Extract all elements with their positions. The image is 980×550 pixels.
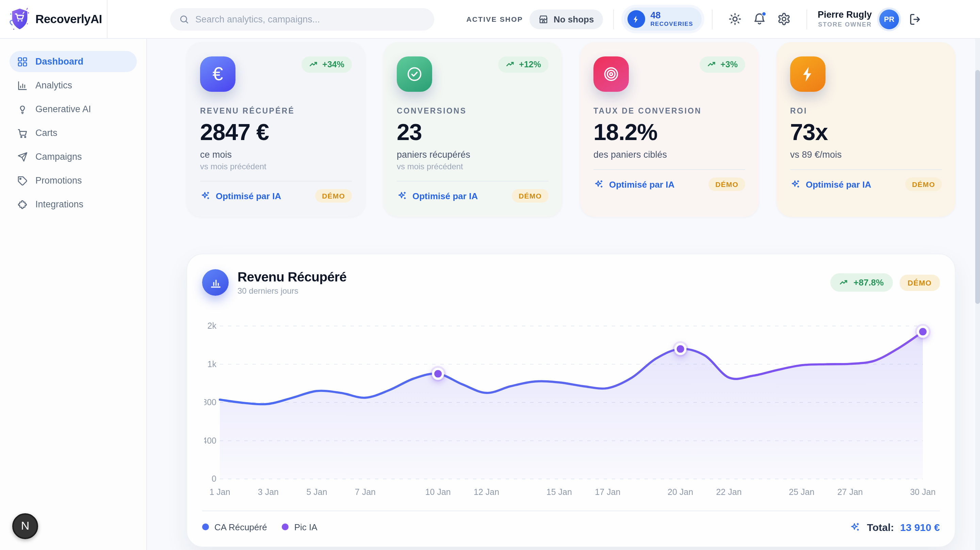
trend-badge: +12%	[498, 56, 549, 73]
sidebar-item-carts[interactable]: Carts	[10, 122, 137, 143]
stat-subtitle: paniers récupérés	[397, 149, 549, 160]
sidebar: Dashboard Analytics Generative AI Carts …	[0, 39, 147, 550]
sparkle-icon	[593, 179, 605, 190]
gear-icon	[778, 12, 791, 26]
lightning-icon	[627, 10, 645, 28]
ai-optimized-label: Optimisé par IA	[593, 179, 675, 190]
analytics-icon	[17, 80, 28, 91]
stat-value: 73x	[790, 119, 942, 146]
user-role: STORE OWNER	[818, 21, 872, 29]
svg-text:7 Jan: 7 Jan	[355, 487, 375, 497]
search-icon	[179, 14, 189, 24]
user-menu[interactable]: Pierre Rugly STORE OWNER PR	[818, 9, 899, 29]
divider	[200, 181, 352, 182]
svg-text:3 Jan: 3 Jan	[258, 487, 279, 497]
stat-value: 23	[397, 119, 549, 146]
sidebar-item-campaigns[interactable]: Campaigns	[10, 146, 137, 167]
send-icon	[17, 151, 28, 162]
stat-note: vs mois précédent	[397, 162, 549, 171]
svg-text:5 Jan: 5 Jan	[306, 487, 327, 497]
settings-button[interactable]	[778, 12, 791, 26]
chart-subtitle: 30 derniers jours	[237, 286, 347, 296]
divider	[790, 169, 942, 170]
notifications-button[interactable]	[753, 12, 767, 26]
ai-optimized-label: Optimisé par IA	[397, 190, 478, 201]
trend-up-icon	[707, 60, 716, 69]
chart-trend-badge: +87.8%	[830, 273, 892, 292]
svg-text:22 Jan: 22 Jan	[716, 487, 741, 497]
stat-subtitle: vs 89 €/mois	[790, 149, 942, 160]
logout-button[interactable]	[908, 13, 921, 25]
bar-chart-icon	[202, 269, 229, 296]
app-title: RecoverlyAI	[35, 12, 102, 26]
cart-icon	[17, 127, 28, 138]
stat-subtitle: ce mois	[200, 149, 352, 160]
demo-badge: DÉMO	[899, 274, 940, 291]
puzzle-icon	[17, 199, 28, 210]
sidebar-item-generative-ai[interactable]: Generative AI	[10, 98, 137, 120]
stat-label: CONVERSIONS	[397, 107, 549, 115]
demo-badge: DÉMO	[512, 189, 549, 203]
header-right: ACTIVE SHOP No shops 48 RECOVERIES	[466, 8, 980, 30]
divider	[613, 9, 614, 29]
bolt-icon	[799, 65, 817, 83]
stat-card-revenu-r-cup-r-: € +34% REVENU RÉCUPÉRÉ 2847 € ce mois vs…	[186, 42, 366, 217]
revenue-chart-card: Revenu Récupéré 30 derniers jours +87.8%…	[186, 254, 956, 547]
legend-item-ca-recupere: CA Récupéré	[202, 522, 267, 532]
search-bar[interactable]	[170, 8, 434, 30]
chart-title: Revenu Récupéré	[237, 269, 347, 285]
svg-text:25 Jan: 25 Jan	[789, 487, 814, 497]
svg-text:400: 400	[202, 436, 216, 445]
scrollbar-track	[975, 39, 980, 550]
stat-card-conversions: +12% CONVERSIONS 23 paniers récupérés vs…	[383, 42, 562, 217]
svg-text:0: 0	[212, 474, 216, 483]
sparkle-icon	[397, 190, 408, 201]
trend-badge: +34%	[301, 56, 352, 73]
stat-icon-badge	[790, 56, 826, 92]
topbar: RecoverlyAI ACTIVE SHOP No shops	[0, 0, 980, 39]
tag-icon	[17, 175, 28, 186]
svg-text:10 Jan: 10 Jan	[425, 487, 451, 497]
demo-badge: DÉMO	[708, 178, 745, 191]
theme-toggle-button[interactable]	[729, 12, 742, 26]
avatar[interactable]: PR	[879, 9, 899, 29]
stat-icon-badge	[593, 56, 629, 92]
svg-text:2k: 2k	[208, 321, 217, 330]
svg-text:15 Jan: 15 Jan	[546, 487, 572, 497]
stat-label: REVENU RÉCUPÉRÉ	[200, 107, 352, 115]
chart-total: Total: 13 910 €	[850, 521, 940, 533]
app-logo-shield-icon	[9, 7, 30, 31]
target-icon	[602, 65, 620, 83]
nextjs-dev-badge[interactable]: N	[12, 513, 38, 539]
sidebar-item-analytics[interactable]: Analytics	[10, 75, 137, 96]
no-shops-label: No shops	[554, 14, 594, 24]
svg-text:27 Jan: 27 Jan	[837, 487, 863, 497]
revenue-area-chart: 04008001k2k1 Jan3 Jan5 Jan7 Jan10 Jan12 …	[187, 314, 955, 504]
ai-optimized-label: Optimisé par IA	[790, 179, 871, 190]
sidebar-item-dashboard[interactable]: Dashboard	[10, 51, 137, 72]
svg-text:17 Jan: 17 Jan	[595, 487, 620, 497]
recoveries-button[interactable]: 48 RECOVERIES	[624, 8, 702, 30]
scrollbar-thumb[interactable]	[975, 70, 980, 304]
search-input[interactable]	[195, 14, 425, 24]
sidebar-item-promotions[interactable]: Promotions	[10, 170, 137, 191]
legend-dot	[282, 523, 289, 530]
trend-up-icon	[309, 60, 318, 69]
sparkle-icon	[850, 521, 861, 533]
trend-up-icon	[839, 278, 849, 287]
stat-value: 18.2%	[593, 119, 745, 146]
divider	[712, 9, 713, 29]
stat-card-taux-de-conversion: +3% TAUX DE CONVERSION 18.2% des paniers…	[580, 42, 759, 217]
check-icon	[406, 65, 423, 83]
ai-optimized-label: Optimisé par IA	[200, 190, 281, 201]
trend-up-icon	[505, 60, 515, 69]
svg-text:800: 800	[202, 397, 216, 407]
trend-badge: +3%	[699, 56, 745, 73]
demo-badge: DÉMO	[315, 189, 352, 203]
user-name: Pierre Rugly	[818, 10, 872, 21]
bulb-icon	[17, 104, 28, 114]
divider	[593, 169, 745, 170]
demo-badge: DÉMO	[905, 178, 942, 191]
sidebar-item-integrations[interactable]: Integrations	[10, 194, 137, 215]
no-shops-button[interactable]: No shops	[530, 9, 603, 29]
